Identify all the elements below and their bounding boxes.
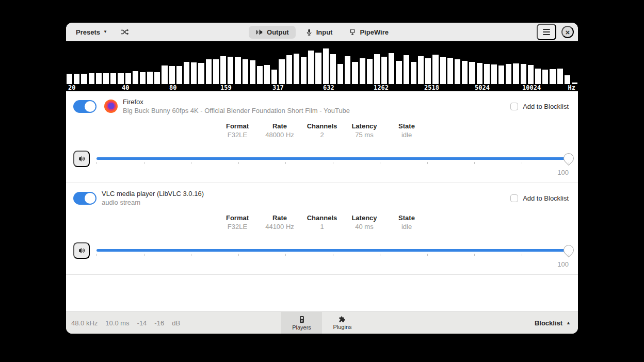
mute-button[interactable] bbox=[73, 151, 90, 167]
chevron-up-icon: ▲ bbox=[566, 320, 571, 325]
spectrum-bar bbox=[550, 69, 555, 84]
volume-slider-track[interactable] bbox=[96, 249, 569, 252]
spectrum-bar bbox=[286, 55, 292, 84]
slider-tick bbox=[569, 254, 569, 256]
stat-value: 48000 Hz bbox=[265, 131, 294, 139]
level-right: -16 bbox=[154, 319, 164, 327]
close-button[interactable]: × bbox=[561, 26, 574, 38]
stat-value: F32LE bbox=[228, 223, 247, 231]
enable-toggle[interactable] bbox=[73, 192, 96, 205]
tab-output[interactable]: Output bbox=[249, 26, 296, 39]
spectrum-bar bbox=[176, 66, 182, 84]
blocklist-checkbox-label: Add to Blocklist bbox=[523, 103, 569, 110]
speaker-icon bbox=[255, 28, 263, 36]
volume-slider[interactable] bbox=[96, 151, 569, 167]
tab-input-label: Input bbox=[316, 28, 333, 36]
stat-label: Format bbox=[226, 214, 249, 222]
spectrum-bar bbox=[213, 59, 219, 84]
slider-tick bbox=[285, 254, 286, 256]
tab-pipewire-label: PipeWire bbox=[360, 28, 389, 36]
stat-value: 2 bbox=[320, 131, 324, 139]
blocklist-checkbox-label: Add to Blocklist bbox=[523, 194, 569, 202]
presets-button[interactable]: Presets ▼ bbox=[70, 26, 113, 39]
media-player-icon bbox=[298, 316, 305, 324]
main-menu-button[interactable] bbox=[537, 24, 556, 40]
spectrum-bar bbox=[462, 61, 468, 84]
spectrum-bar bbox=[455, 59, 460, 84]
spectrum-bar bbox=[301, 57, 307, 84]
slider-tick bbox=[474, 162, 475, 164]
slider-tick bbox=[191, 162, 191, 164]
freq-label: 5024 bbox=[475, 84, 490, 91]
freq-label: 2518 bbox=[424, 84, 439, 91]
volume-value: 100 bbox=[66, 169, 578, 176]
stat-label: Latency bbox=[351, 122, 377, 130]
spectrum-bar bbox=[184, 62, 189, 84]
slider-tick bbox=[427, 254, 428, 256]
freq-label: 317 bbox=[272, 84, 284, 91]
volume-icon bbox=[77, 246, 86, 255]
enable-toggle[interactable] bbox=[73, 100, 96, 113]
tab-players-label: Players bbox=[292, 324, 311, 331]
freq-label: 1262 bbox=[374, 84, 389, 91]
latency: 10.0 ms bbox=[105, 319, 129, 327]
tab-pipewire[interactable]: PipeWire bbox=[342, 26, 395, 39]
spectrum-bar bbox=[162, 65, 167, 84]
easyeffects-window: Presets ▼ bbox=[66, 23, 578, 334]
freq-label: 10024 bbox=[522, 84, 541, 91]
add-to-blocklist-control[interactable]: Add to Blocklist bbox=[510, 194, 569, 202]
mute-button[interactable] bbox=[73, 242, 90, 259]
sample-rate: 48.0 kHz bbox=[71, 319, 98, 327]
stat-label: Format bbox=[226, 122, 249, 130]
view-switcher: Output Input bbox=[249, 26, 395, 39]
player-row-vlc: VLC media player (LibVLC 3.0.16) audio s… bbox=[66, 183, 578, 275]
spectrum-bar bbox=[103, 73, 109, 84]
stream-stats: FormatF32LE Rate48000 Hz Channels2 Laten… bbox=[66, 122, 578, 139]
spectrum-bar bbox=[411, 62, 416, 84]
tab-input[interactable]: Input bbox=[299, 26, 340, 39]
stat-label: Channels bbox=[307, 122, 337, 130]
slider-tick bbox=[333, 254, 333, 256]
spectrum-bar bbox=[565, 75, 570, 84]
add-to-blocklist-control[interactable]: Add to Blocklist bbox=[510, 103, 569, 110]
tab-players[interactable]: Players bbox=[281, 312, 322, 334]
spectrum-bars bbox=[67, 41, 577, 84]
blocklist-checkbox[interactable] bbox=[510, 103, 518, 110]
spectrum-bar bbox=[432, 55, 438, 84]
spectrum-bar bbox=[198, 63, 204, 84]
slider-tick bbox=[522, 162, 522, 164]
spectrum-bar bbox=[542, 70, 548, 84]
db-unit: dB bbox=[172, 319, 180, 327]
player-subtitle: Big Buck Bunny 60fps 4K - Official Blend… bbox=[123, 106, 350, 115]
spectrum-bar bbox=[110, 73, 116, 84]
stat-value: idle bbox=[401, 223, 412, 231]
stat-label: State bbox=[398, 214, 415, 222]
slider-tick bbox=[144, 254, 144, 256]
spectrum-bar bbox=[271, 70, 277, 84]
pipewire-icon bbox=[349, 28, 356, 36]
spectrum-bar bbox=[396, 61, 401, 84]
stat-value: 75 ms bbox=[355, 131, 373, 139]
slider-tick bbox=[238, 254, 239, 256]
spectrum-bar bbox=[440, 57, 446, 84]
spectrum-bar bbox=[425, 58, 431, 84]
blocklist-checkbox[interactable] bbox=[510, 194, 518, 202]
tab-output-label: Output bbox=[267, 28, 289, 36]
tab-plugins[interactable]: Plugins bbox=[322, 312, 363, 334]
volume-slider[interactable] bbox=[96, 242, 569, 259]
spectrum-bar bbox=[308, 51, 314, 84]
spectrum-bar bbox=[498, 65, 504, 85]
slider-tick bbox=[522, 254, 522, 256]
volume-slider-track[interactable] bbox=[96, 157, 569, 160]
shuffle-button[interactable] bbox=[115, 26, 135, 38]
freq-label: 632 bbox=[323, 84, 334, 91]
spectrum-bar bbox=[330, 54, 336, 84]
spectrum-bar bbox=[447, 58, 453, 84]
stat-label: State bbox=[398, 122, 415, 130]
spectrum-frequency-labels: 20408015931763212622518502410024Hz bbox=[67, 84, 577, 91]
stream-stats: FormatF32LE Rate44100 Hz Channels1 Laten… bbox=[66, 213, 578, 231]
slider-tick bbox=[191, 254, 191, 256]
spectrum-bar bbox=[513, 63, 519, 84]
microphone-icon bbox=[305, 28, 313, 36]
blocklist-button[interactable]: Blocklist ▲ bbox=[535, 319, 578, 327]
